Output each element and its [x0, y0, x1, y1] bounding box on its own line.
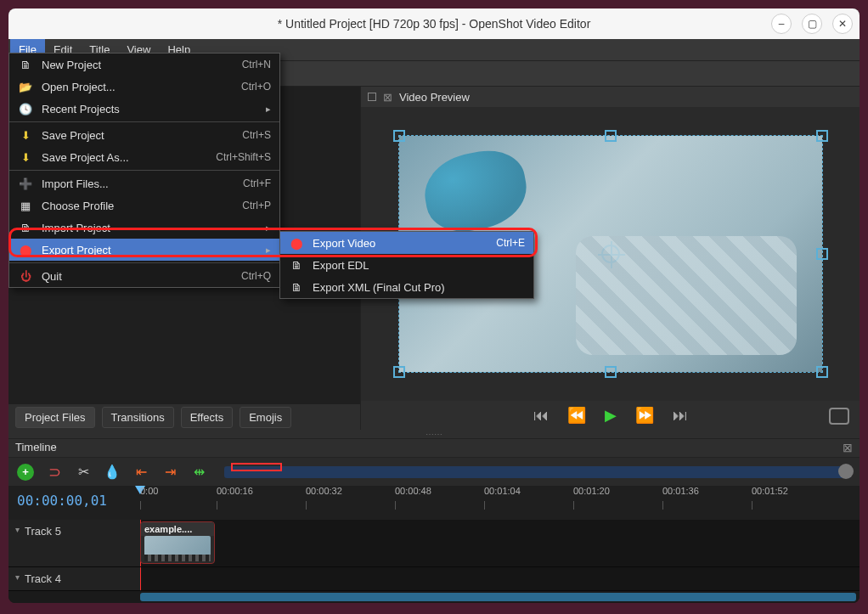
chevron-down-icon: ▾	[15, 572, 20, 582]
menu-quit[interactable]: ⏻ Quit Ctrl+Q	[9, 265, 279, 287]
menu-save-project-as[interactable]: ⬇ Save Project As... Ctrl+Shift+S	[9, 146, 279, 168]
save-icon: ⬇	[18, 129, 33, 142]
window-controls: – ▢ ✕	[771, 14, 853, 34]
film-sprockets-icon	[144, 555, 211, 561]
splitter[interactable]: ⋯⋯	[8, 430, 860, 438]
track-body-5[interactable]: example....	[140, 520, 860, 566]
resize-handle-tl[interactable]	[393, 130, 405, 142]
play-button[interactable]: ▶	[605, 406, 617, 425]
razor-button[interactable]: ✂	[75, 464, 92, 481]
menu-export-edl[interactable]: 🗎 Export EDL	[280, 254, 533, 276]
detach-icon[interactable]	[368, 93, 376, 101]
menu-import-files[interactable]: ➕ Import Files... Ctrl+F	[9, 172, 279, 194]
menu-choose-profile[interactable]: ▦ Choose Profile Ctrl+P	[9, 194, 279, 217]
export-submenu: ⬤ Export Video Ctrl+E 🗎 Export EDL 🗎 Exp…	[279, 231, 534, 299]
resize-handle-tr[interactable]	[816, 130, 828, 142]
record-icon: ⬤	[289, 237, 304, 250]
preview-header: ⊠ Video Preview	[361, 87, 860, 107]
menu-separator	[9, 121, 279, 122]
jump-end-button[interactable]: ⏭	[673, 407, 688, 425]
timeline-clip[interactable]: example....	[140, 521, 215, 564]
center-playhead-button[interactable]: ⇹	[190, 464, 207, 481]
next-marker-button[interactable]: ⇥	[161, 464, 178, 481]
track-header-5[interactable]: ▾ Track 5	[8, 520, 140, 566]
record-icon: ⬤	[18, 244, 33, 256]
ruler-tick: 00:01:20	[573, 486, 610, 496]
document-icon: 🗎	[289, 281, 304, 294]
resize-handle-br[interactable]	[816, 366, 828, 378]
track-row-5: ▾ Track 5 example....	[8, 520, 860, 567]
maximize-button[interactable]: ▢	[802, 14, 822, 34]
resize-handle-rc[interactable]	[816, 248, 828, 260]
scrollbar-thumb[interactable]	[140, 593, 856, 601]
track-row-4: ▾ Track 4	[8, 567, 860, 591]
menu-recent-projects[interactable]: 🕓 Recent Projects ▸	[9, 98, 279, 120]
prev-marker-button[interactable]: ⇤	[132, 464, 149, 481]
timeline-hscrollbar[interactable]	[8, 591, 860, 603]
menu-export-video[interactable]: ⬤ Export Video Ctrl+E	[280, 232, 533, 254]
app-window: * Untitled Project [HD 720p 30 fps] - Op…	[8, 8, 860, 603]
zoom-scrubber[interactable]	[224, 466, 851, 478]
zoom-region[interactable]	[231, 463, 282, 471]
clip-label: example....	[141, 522, 214, 536]
timeline-tracks: ▾ Track 5 example.... ▾ Track 4	[8, 520, 860, 603]
menu-new-project[interactable]: 🗎 New Project Ctrl+N	[9, 54, 279, 76]
profile-icon: ▦	[18, 200, 33, 212]
rewind-button[interactable]: ⏪	[567, 406, 586, 425]
timecode-display: 00:00:00,01	[8, 486, 140, 520]
snap-button[interactable]: ⊃	[46, 464, 63, 481]
menu-export-project[interactable]: ⬤ Export Project ▸	[9, 239, 279, 261]
close-button[interactable]: ✕	[832, 14, 853, 34]
chevron-down-icon: ▾	[15, 525, 20, 534]
track-header-4[interactable]: ▾ Track 4	[8, 567, 140, 590]
save-as-icon: ⬇	[18, 151, 33, 164]
submenu-arrow-icon: ▸	[266, 223, 271, 234]
track-body-4[interactable]	[140, 567, 860, 590]
folder-open-icon: 📂	[18, 81, 33, 93]
titlebar: * Untitled Project [HD 720p 30 fps] - Op…	[8, 8, 860, 39]
tab-effects[interactable]: Effects	[181, 407, 234, 428]
menu-open-project[interactable]: 📂 Open Project... Ctrl+O	[9, 76, 279, 98]
preview-title: Video Preview	[399, 91, 470, 104]
ruler-tick: 00:01:36	[662, 486, 699, 496]
minimize-button[interactable]: –	[771, 14, 792, 34]
menu-separator	[9, 262, 279, 263]
tab-emojis[interactable]: Emojis	[240, 407, 291, 428]
add-track-button[interactable]: +	[17, 464, 34, 481]
resize-handle-tc[interactable]	[605, 130, 617, 142]
timeline-close-icon[interactable]: ⊠	[843, 441, 853, 454]
playhead-line[interactable]	[140, 567, 141, 590]
snapshot-icon[interactable]	[829, 408, 849, 425]
tab-project-files[interactable]: Project Files	[15, 407, 95, 428]
ruler-tick: 0:00	[140, 486, 158, 496]
track-label: Track 5	[25, 525, 61, 538]
playback-controls: ⏮ ⏪ ▶ ⏩ ⏭	[361, 401, 860, 430]
track-label: Track 4	[25, 572, 61, 585]
document-icon: 🗎	[289, 259, 304, 272]
menu-save-project[interactable]: ⬇ Save Project Ctrl+S	[9, 124, 279, 146]
resize-handle-bc[interactable]	[605, 366, 617, 378]
submenu-arrow-icon: ▸	[266, 245, 271, 256]
forward-button[interactable]: ⏩	[635, 406, 654, 425]
ruler-ticks: 0:00 00:00:16 00:00:32 00:00:48 00:01:04…	[140, 486, 860, 520]
import-icon: 🗎	[18, 222, 33, 234]
submenu-arrow-icon: ▸	[266, 104, 271, 115]
menu-export-xml[interactable]: 🗎 Export XML (Final Cut Pro)	[280, 276, 533, 298]
tab-transitions[interactable]: Transitions	[102, 407, 174, 428]
menu-import-project[interactable]: 🗎 Import Project ▸	[9, 217, 279, 239]
timeline-toolbar: + ⊃ ✂ 💧 ⇤ ⇥ ⇹	[8, 457, 860, 486]
ruler-tick: 00:01:52	[752, 486, 788, 496]
ruler-tick: 00:01:04	[484, 486, 521, 496]
jump-start-button[interactable]: ⏮	[533, 407, 549, 425]
preview-close-icon[interactable]: ⊠	[383, 91, 392, 104]
timeline-header: Timeline ⊠	[8, 438, 860, 457]
document-icon: 🗎	[18, 59, 33, 71]
plus-circle-icon: ➕	[18, 177, 33, 190]
resize-handle-bl[interactable]	[393, 366, 405, 378]
ruler-tick: 00:00:48	[395, 486, 431, 496]
timeline-title: Timeline	[15, 441, 57, 453]
timeline-ruler[interactable]: 00:00:00,01 0:00 00:00:16 00:00:32 00:00…	[8, 486, 860, 520]
left-pane-tabs: Project Files Transitions Effects Emojis	[8, 404, 360, 430]
marker-button[interactable]: 💧	[104, 464, 121, 481]
zoom-handle[interactable]	[838, 464, 854, 479]
